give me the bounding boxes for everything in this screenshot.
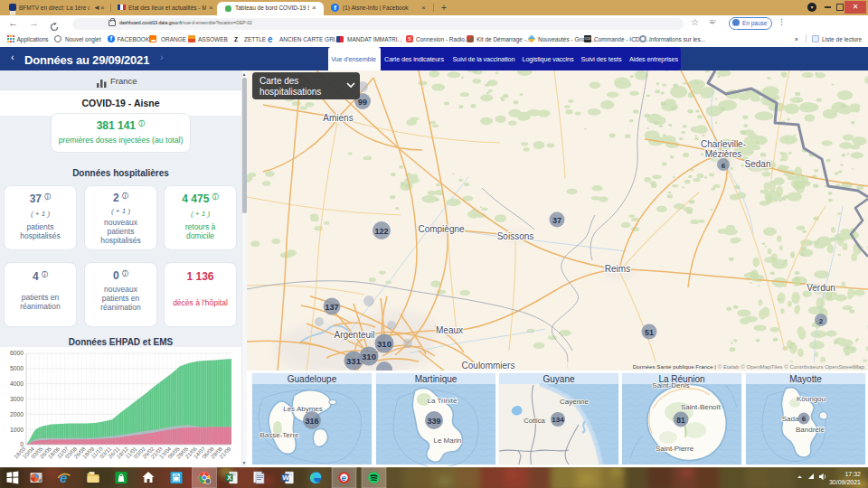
svg-text:Argenteuil: Argenteuil <box>334 330 374 340</box>
svg-text:Les Abymes: Les Abymes <box>283 405 323 413</box>
svg-text:Basse-Terre: Basse-Terre <box>259 431 299 439</box>
svg-text:6: 6 <box>722 162 726 170</box>
svg-text:37: 37 <box>552 216 561 225</box>
svg-text:Soissons: Soissons <box>497 231 534 241</box>
svg-text:Saint-Benoît: Saint-Benoît <box>681 403 722 411</box>
svg-text:Reims: Reims <box>605 264 630 274</box>
svg-text:Guadeloupe: Guadeloupe <box>288 374 337 384</box>
svg-text:310: 310 <box>362 352 376 361</box>
svg-text:Compiègne: Compiègne <box>418 224 465 234</box>
svg-text:81: 81 <box>676 416 685 425</box>
svg-text:Verdun: Verdun <box>807 283 835 293</box>
svg-text:30/09/2021: 30/09/2021 <box>829 479 861 485</box>
svg-text:e: e <box>60 470 67 485</box>
svg-text:99: 99 <box>358 98 367 107</box>
svg-text:2000: 2000 <box>10 411 24 418</box>
svg-text:X: X <box>227 474 232 482</box>
svg-text:Saint-Pierre: Saint-Pierre <box>656 445 694 453</box>
svg-text:Guyane: Guyane <box>542 374 574 384</box>
svg-text:331: 331 <box>346 356 362 366</box>
svg-text:51: 51 <box>645 328 654 337</box>
svg-text:Données Santé publique France: Données Santé publique France | © Etalab… <box>633 363 865 370</box>
svg-text:316: 316 <box>305 417 318 426</box>
svg-text:Coulommiers: Coulommiers <box>462 361 515 371</box>
svg-text:Mayotte: Mayotte <box>789 374 822 384</box>
svg-text:3000: 3000 <box>10 396 24 402</box>
svg-text:Carte des: Carte des <box>259 76 298 86</box>
svg-text:339: 339 <box>427 417 440 426</box>
svg-text:Sada: Sada <box>782 415 799 423</box>
svg-text:6000: 6000 <box>10 350 24 356</box>
svg-text:Le Marin: Le Marin <box>433 436 461 445</box>
svg-text:Charleville-: Charleville- <box>701 139 746 149</box>
svg-text:6: 6 <box>802 415 807 423</box>
svg-text:Saint-Denis: Saint-Denis <box>652 381 689 389</box>
svg-text:Cottica: Cottica <box>524 417 545 425</box>
svg-text:134: 134 <box>552 416 564 424</box>
svg-text:1000: 1000 <box>10 427 24 433</box>
svg-text:2: 2 <box>819 317 824 325</box>
svg-text:Amiens: Amiens <box>323 113 353 123</box>
svg-text:La Trinité: La Trinité <box>428 397 458 405</box>
svg-text:W: W <box>282 474 289 482</box>
svg-text:122: 122 <box>374 227 388 236</box>
svg-text:Koungou: Koungou <box>797 395 826 403</box>
svg-text:Martinique: Martinique <box>415 374 458 384</box>
svg-text:310: 310 <box>377 339 392 349</box>
svg-text:Cayenne: Cayenne <box>560 398 590 406</box>
svg-text:137: 137 <box>325 303 338 312</box>
svg-text:Sedan: Sedan <box>745 159 771 169</box>
svg-text:e: e <box>342 473 347 483</box>
svg-text:Meaux: Meaux <box>436 325 463 335</box>
svg-text:hospitalisations: hospitalisations <box>259 87 321 97</box>
svg-text:Bandrélé: Bandrélé <box>796 426 826 434</box>
svg-text:4000: 4000 <box>10 380 24 387</box>
svg-text:17:32: 17:32 <box>844 471 861 477</box>
svg-text:Mézières: Mézières <box>705 149 742 159</box>
svg-text:5000: 5000 <box>10 365 24 371</box>
